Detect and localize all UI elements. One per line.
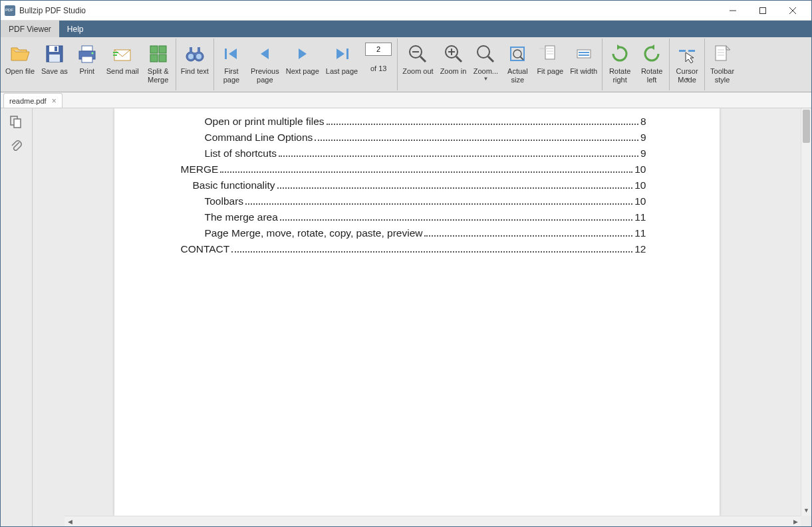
toc-leader: [315, 140, 638, 141]
print-button[interactable]: Print: [71, 40, 103, 90]
cursor-mode-button[interactable]: Cursor Mode ▼: [671, 40, 703, 90]
toc-leader: [220, 171, 632, 173]
minimize-button[interactable]: [718, 1, 747, 20]
binoculars-icon: [184, 43, 205, 64]
last-page-button[interactable]: Last page: [323, 40, 361, 90]
zoom-in-button[interactable]: Zoom in: [437, 40, 470, 90]
vscroll-thumb[interactable]: [803, 110, 810, 143]
toc-entry: Page Merge, move, rotate, copy, paste, p…: [205, 227, 646, 239]
horizontal-scrollbar[interactable]: ◀ ▶: [65, 516, 801, 526]
svg-rect-20: [198, 47, 200, 54]
toc-text: Command Line Options: [205, 132, 313, 144]
svg-rect-45: [679, 50, 686, 52]
first-page-icon: [221, 43, 242, 64]
close-button[interactable]: [777, 1, 807, 20]
tab-close-button[interactable]: ×: [52, 96, 57, 106]
menubar: PDF Viewer Help: [1, 21, 811, 37]
scroll-right-arrow[interactable]: ▶: [790, 516, 801, 526]
svg-rect-16: [159, 54, 166, 62]
toc-page-number: 9: [640, 148, 646, 159]
actual-size-button[interactable]: Actual size: [501, 40, 533, 90]
toc-entry: Basic functionality10: [193, 179, 646, 191]
svg-rect-25: [346, 49, 348, 59]
toolbar-style-button[interactable]: Toolbar style: [706, 40, 738, 90]
next-page-button[interactable]: Next page: [283, 40, 323, 90]
toc-page-number: 10: [634, 179, 646, 191]
thumbnails-button[interactable]: [9, 115, 24, 130]
svg-line-27: [420, 56, 426, 62]
menu-help[interactable]: Help: [59, 21, 92, 37]
save-as-button[interactable]: Save as: [38, 40, 71, 90]
page-area[interactable]: Open or print multiple files8Command Lin…: [33, 108, 801, 516]
rotate-left-icon: [641, 43, 662, 64]
find-text-button[interactable]: Find text: [178, 40, 212, 90]
toc-page-number: 10: [634, 163, 646, 175]
envelope-icon: [112, 43, 133, 64]
scroll-down-arrow[interactable]: ▼: [801, 505, 811, 516]
previous-page-button[interactable]: Previous page: [247, 40, 283, 90]
svg-rect-7: [55, 47, 57, 51]
svg-rect-13: [150, 46, 158, 53]
send-mail-button[interactable]: Send mail: [103, 40, 142, 90]
fit-page-icon: [539, 43, 561, 64]
svg-rect-10: [82, 56, 92, 62]
open-file-button[interactable]: Open file: [2, 40, 38, 90]
toc-page-number: 12: [634, 243, 646, 255]
printer-icon: [76, 43, 98, 64]
toc-entry: MERGE10: [181, 163, 646, 175]
toc-leader: [245, 203, 632, 205]
toc-leader: [231, 251, 632, 253]
svg-rect-24: [225, 49, 227, 59]
rotate-right-button[interactable]: Rotate right: [604, 40, 636, 90]
cursor-icon: [676, 43, 698, 64]
toc-page-number: 11: [634, 227, 646, 239]
svg-line-30: [456, 56, 462, 62]
toc-entry: CONTACT12: [181, 243, 646, 255]
menu-pdf-viewer[interactable]: PDF Viewer: [1, 21, 59, 37]
tabbar: readme.pdf ×: [1, 92, 811, 108]
attachments-button[interactable]: [9, 139, 24, 154]
split-merge-button[interactable]: Split & Merge: [142, 40, 174, 90]
vertical-scrollbar[interactable]: ▲ ▼: [801, 108, 811, 516]
toc-entry: Open or print multiple files8: [205, 116, 646, 128]
toc-text: Page Merge, move, rotate, copy, paste, p…: [205, 227, 423, 239]
toc-page-number: 10: [634, 195, 646, 207]
fit-page-button[interactable]: Fit page: [533, 40, 567, 90]
toc-entry: The merge area11: [205, 211, 646, 223]
zoom-out-button[interactable]: Zoom out: [399, 40, 436, 90]
next-page-icon: [292, 43, 313, 64]
toc-text: The merge area: [205, 211, 278, 223]
toc-leader: [424, 235, 632, 237]
toc-text: CONTACT: [181, 243, 230, 255]
current-page-input[interactable]: [365, 43, 392, 56]
zoom-in-icon: [443, 43, 464, 64]
scroll-left-arrow[interactable]: ◀: [65, 516, 75, 526]
rotate-right-icon: [609, 43, 630, 64]
toc-entry: Toolbars10: [205, 195, 646, 207]
document-tab[interactable]: readme.pdf ×: [3, 93, 63, 108]
maximize-button[interactable]: [747, 1, 777, 20]
viewer: Open or print multiple files8Command Lin…: [33, 108, 811, 526]
zoom-dropdown-button[interactable]: Zoom... ▼: [470, 40, 501, 90]
svg-rect-38: [545, 46, 555, 59]
svg-rect-14: [159, 46, 166, 53]
toc-page-number: 8: [640, 116, 646, 128]
rotate-left-button[interactable]: Rotate left: [636, 40, 668, 90]
svg-rect-21: [192, 53, 198, 55]
svg-rect-6: [49, 54, 60, 62]
svg-rect-1: [759, 7, 765, 13]
first-page-button[interactable]: First page: [215, 40, 247, 90]
titlebar: Bullzip PDF Studio: [1, 1, 811, 21]
toc-entry: Command Line Options9: [205, 132, 646, 144]
toc-leader: [277, 187, 633, 189]
toc-text: List of shortcuts: [205, 148, 277, 159]
toc-text: Toolbars: [205, 195, 244, 207]
toc-text: Basic functionality: [193, 179, 275, 191]
fit-width-button[interactable]: Fit width: [567, 40, 601, 90]
svg-rect-47: [716, 46, 726, 60]
toc-text: MERGE: [181, 163, 219, 175]
fit-width-icon: [573, 43, 595, 64]
toc-page-number: 9: [640, 132, 646, 144]
svg-rect-19: [190, 47, 192, 54]
app-icon: [5, 5, 15, 16]
